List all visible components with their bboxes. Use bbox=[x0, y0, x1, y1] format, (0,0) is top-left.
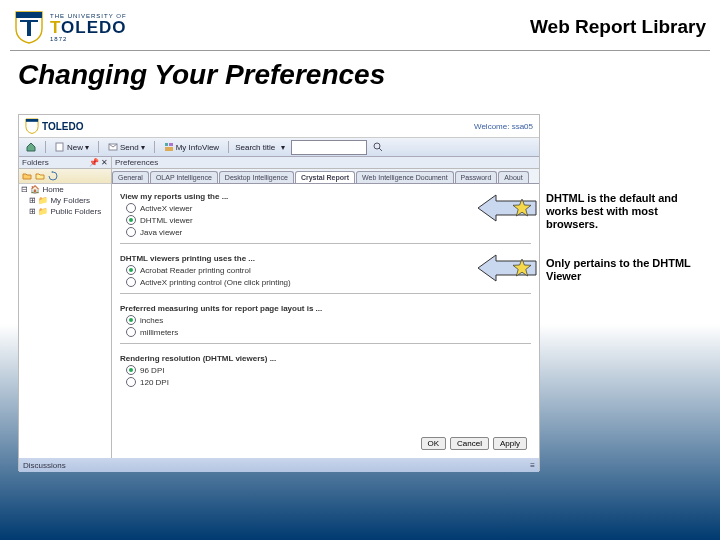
folder-icon[interactable] bbox=[22, 171, 32, 181]
svg-rect-2 bbox=[26, 119, 38, 122]
tab-about[interactable]: About bbox=[498, 171, 528, 183]
tab-olap[interactable]: OLAP Intelligence bbox=[150, 171, 218, 183]
search-label: Search title bbox=[235, 143, 275, 152]
folders-title-bar: Folders 📌 ✕ bbox=[19, 157, 111, 169]
annotation-2: Only pertains to the DHTML Viewer bbox=[546, 257, 706, 283]
folders-panel: Folders 📌 ✕ ⊟ 🏠 Home ⊞ 📁 My Folders ⊞ 📁 … bbox=[19, 157, 112, 458]
pin-icon[interactable]: 📌 bbox=[89, 158, 99, 167]
arrow-left-icon bbox=[478, 253, 538, 283]
arrow-callout-1 bbox=[478, 193, 538, 223]
svg-rect-6 bbox=[169, 143, 173, 146]
discussions-bar[interactable]: Discussions ≡ bbox=[19, 458, 539, 472]
logo-name: TOLEDO bbox=[50, 19, 127, 36]
folder-public[interactable]: ⊞ 📁 Public Folders bbox=[19, 206, 111, 217]
document-icon bbox=[55, 142, 65, 152]
tab-webi[interactable]: Web Intelligence Document bbox=[356, 171, 453, 183]
svg-rect-3 bbox=[56, 143, 63, 151]
cancel-button[interactable]: Cancel bbox=[450, 437, 489, 450]
main-panel: Preferences General OLAP Intelligence De… bbox=[112, 157, 539, 458]
app-logo-text: TOLEDO bbox=[42, 121, 83, 132]
opt-activex-print[interactable]: ActiveX printing control (One click prin… bbox=[126, 277, 531, 287]
prefs-tabs: General OLAP Intelligence Desktop Intell… bbox=[112, 169, 539, 184]
opt-120dpi[interactable]: 120 DPI bbox=[126, 377, 531, 387]
folder-home[interactable]: ⊟ 🏠 Home bbox=[19, 184, 111, 195]
section-print-label: DHTML viewers printing uses the ... bbox=[120, 254, 531, 263]
dashboard-icon bbox=[164, 142, 174, 152]
refresh-icon[interactable] bbox=[48, 171, 58, 181]
app-logo: TOLEDO bbox=[25, 118, 83, 134]
search-input[interactable] bbox=[291, 140, 367, 155]
section-dpi-label: Rendering resolution (DHTML viewers) ... bbox=[120, 354, 531, 363]
tab-general[interactable]: General bbox=[112, 171, 149, 183]
opt-acrobat-print[interactable]: Acrobat Reader printing control bbox=[126, 265, 531, 275]
folder-my[interactable]: ⊞ 📁 My Folders bbox=[19, 195, 111, 206]
annotation-1: DHTML is the default and works best with… bbox=[546, 192, 706, 232]
svg-line-9 bbox=[379, 148, 382, 151]
tab-desktop[interactable]: Desktop Intelligence bbox=[219, 171, 294, 183]
folder-open-icon[interactable] bbox=[35, 171, 45, 181]
arrow-left-icon bbox=[478, 193, 538, 223]
button-row: OK Cancel Apply bbox=[120, 433, 531, 454]
opt-96dpi[interactable]: 96 DPI bbox=[126, 365, 531, 375]
arrow-callout-2 bbox=[478, 253, 538, 283]
new-button[interactable]: New ▾ bbox=[52, 142, 92, 152]
slide-title: Changing Your Preferences bbox=[18, 59, 720, 91]
close-icon[interactable]: ✕ bbox=[101, 158, 108, 167]
home-icon bbox=[26, 142, 36, 152]
tab-crystal-report[interactable]: Crystal Report bbox=[295, 171, 355, 183]
prefs-title: Preferences bbox=[112, 157, 539, 169]
section-units-label: Preferred measuring units for report pag… bbox=[120, 304, 531, 313]
svg-rect-5 bbox=[165, 143, 168, 146]
app-header: TOLEDO Welcome: ssa05 bbox=[19, 115, 539, 138]
mail-icon bbox=[108, 142, 118, 152]
apply-button[interactable]: Apply bbox=[493, 437, 527, 450]
expand-icon[interactable]: ≡ bbox=[530, 461, 535, 470]
slide-header: THE UNIVERSITY OF TOLEDO 1872 Web Report… bbox=[0, 0, 720, 50]
folder-toolbar bbox=[19, 169, 111, 184]
home-button[interactable] bbox=[23, 142, 39, 152]
opt-dhtml-viewer[interactable]: DHTML viewer bbox=[126, 215, 531, 225]
app-window: TOLEDO Welcome: ssa05 New ▾ Send ▾ My In… bbox=[18, 114, 540, 471]
section-view-label: View my reports using the ... bbox=[120, 192, 531, 201]
opt-inches[interactable]: inches bbox=[126, 315, 531, 325]
tab-password[interactable]: Password bbox=[455, 171, 498, 183]
header-divider bbox=[10, 50, 710, 51]
shield-icon bbox=[25, 118, 39, 134]
header-right-title: Web Report Library bbox=[530, 16, 706, 38]
search-icon[interactable] bbox=[373, 142, 383, 152]
send-button[interactable]: Send ▾ bbox=[105, 142, 148, 152]
svg-rect-7 bbox=[165, 147, 173, 151]
svg-rect-1 bbox=[27, 20, 31, 36]
ut-logo: THE UNIVERSITY OF TOLEDO 1872 bbox=[14, 10, 127, 44]
shield-icon bbox=[14, 10, 44, 44]
myinfoview-button[interactable]: My InfoView bbox=[161, 142, 222, 152]
prefs-content: View my reports using the ... ActiveX vi… bbox=[112, 184, 539, 458]
ok-button[interactable]: OK bbox=[421, 437, 447, 450]
opt-activex-viewer[interactable]: ActiveX viewer bbox=[126, 203, 531, 213]
opt-java-viewer[interactable]: Java viewer bbox=[126, 227, 531, 237]
app-toolbar: New ▾ Send ▾ My InfoView Search title ▾ bbox=[19, 138, 539, 157]
opt-millimeters[interactable]: millimeters bbox=[126, 327, 531, 337]
welcome-text: Welcome: ssa05 bbox=[474, 122, 533, 131]
